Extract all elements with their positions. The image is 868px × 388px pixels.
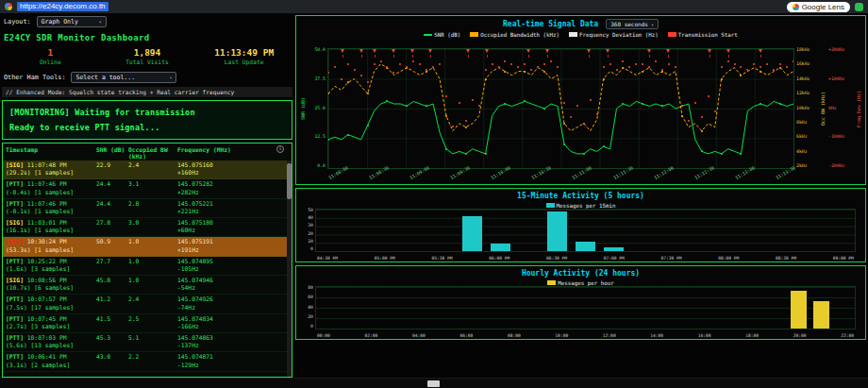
data-point [367, 93, 369, 94]
panel-realtime: Real-time Signal Data 360 seconds ▾ SNR … [295, 15, 866, 185]
row-deviation: -74Hz [177, 304, 284, 312]
axis-tick: 16:00 [698, 333, 711, 338]
table-row[interactable]: [PTT] 11:07:46 PM24.42.8145.075221(-0.1s… [3, 199, 287, 218]
row-bw: 2.4 [128, 161, 177, 169]
table-row[interactable]: [PTT] 10:25:22 PM27.71.0145.074895(1.6s)… [3, 257, 287, 276]
google-lens-button[interactable]: Google Lens [787, 2, 850, 12]
transmission-marker-line [361, 49, 362, 58]
layout-select[interactable]: Graph Only ▾ [37, 16, 107, 27]
row-duration-samples: (10.7s) [6 samples] [6, 284, 177, 292]
table-row[interactable]: [SIG] 10:08:56 PM45.81.0145.074946(10.7s… [3, 276, 287, 295]
axis-tick: 14:00 [650, 333, 663, 338]
rt-x-ticks: 11:08:0011:08:3011:09:0011:09:3011:10:00… [326, 171, 795, 182]
data-point [367, 125, 369, 127]
tools-select-value: Select a tool... [75, 74, 135, 81]
axis-tick: 20 [308, 315, 313, 320]
axis-tick: 20 [308, 232, 313, 237]
data-point [793, 60, 794, 62]
rt-series-svg [328, 49, 793, 168]
data-point [492, 63, 493, 65]
data-point [655, 60, 657, 62]
table-row[interactable]: [PTT] 10:07:45 PM41.52.5145.074834(2.7s)… [3, 314, 287, 333]
table-row[interactable]: [SIG] 10:30:24 PM50.91.0145.075191(53.3s… [3, 237, 287, 256]
axis-tick: -200Hz [828, 164, 844, 169]
row-duration-samples: (2.7s) [3 samples] [6, 323, 177, 330]
stat-value-2: 11:13:49 PM [195, 47, 292, 58]
axis-tick: 08:00 PM [718, 256, 739, 261]
data-point [563, 143, 565, 145]
axis-tick: 4kHz [796, 150, 808, 155]
layout-label: Layout: [4, 18, 31, 25]
data-point [380, 60, 382, 62]
extension-icon[interactable] [855, 3, 863, 11]
table-row[interactable]: [SIG] 11:03:01 PM27.83.0145.075180(16.1s… [3, 218, 287, 237]
stat-value-1: 1,894 [99, 47, 196, 58]
row-bw: 2.8 [128, 200, 177, 208]
row-duration-samples: (7.5s) [17 samples] [6, 304, 177, 312]
stats-row: 1 Online 1,894 Total Visits 11:13:49 PM … [2, 45, 292, 68]
transmission-marker-line [589, 49, 590, 58]
legend-item: SNR (dB) [424, 32, 460, 38]
row-timestamp: [PTT] 10:25:22 PM [6, 258, 96, 265]
data-point [459, 102, 460, 104]
axis-tick: 18:00 [745, 333, 759, 338]
stat-total-visits: 1,894 Total Visits [99, 47, 196, 65]
tools-select[interactable]: Select a tool... ▾ [71, 72, 176, 83]
data-point [485, 69, 487, 71]
transmission-marker-line [393, 49, 394, 58]
data-point [616, 69, 618, 71]
transmission-marker-line [668, 49, 669, 58]
data-point [681, 105, 683, 107]
stat-online: 1 Online [2, 47, 99, 65]
row-frequency: 145.075160 [177, 161, 284, 169]
data-point [609, 63, 611, 65]
table-info-button[interactable]: i [276, 145, 284, 153]
table-scrollbar[interactable] [287, 160, 292, 377]
axis-tick: 08:00 [508, 333, 521, 338]
data-point [721, 66, 723, 68]
dashboard: Layout: Graph Only ▾ E24CY SDR Monitor D… [0, 13, 868, 378]
row-bw: 2.2 [128, 353, 177, 361]
browser-lens-icon[interactable] [5, 3, 12, 10]
rt-khz-ticks: 18kHz16kHz14kHz12kHz10kHz8kHz6kHz4kHz2kH… [794, 48, 819, 169]
monitoring-status: [MONITORING] Waiting for transmission [9, 108, 285, 117]
data-point [452, 126, 454, 127]
activity-bar [547, 211, 567, 251]
table-row[interactable]: [PTT] 10:07:57 PM41.22.4145.074926(7.5s)… [3, 295, 287, 313]
taskbar-app-icon[interactable] [427, 380, 440, 387]
google-lens-label: Google Lens [802, 3, 844, 11]
axis-tick: 06:30 PM [546, 256, 567, 261]
address-bar[interactable]: https://e24cy.decom.co.th [17, 2, 782, 11]
table-row[interactable]: [SIG] 11:07:48 PM22.92.4145.075160(29.2s… [3, 160, 287, 179]
row-deviation: -54Hz [177, 284, 284, 292]
data-point [563, 102, 565, 104]
data-point [563, 123, 565, 125]
row-duration-samples: (3.1s) [2 samples] [6, 362, 177, 369]
legend-item: Occupied Bandwidth (kHz) [470, 32, 559, 38]
data-point [590, 99, 592, 101]
layout-select-value: Graph Only [42, 18, 78, 25]
axis-tick: 20:00 [793, 333, 807, 338]
axis-tick: 14kHz [796, 77, 810, 82]
table-row[interactable]: [PTT] 11:07:46 PM24.43.1145.075282(-0.4s… [3, 179, 287, 198]
activity-bar [462, 216, 482, 251]
data-point [543, 71, 545, 73]
row-frequency: 145.074926 [177, 295, 284, 303]
url-text[interactable]: https://e24cy.decom.co.th [17, 2, 108, 11]
row-bw: 1.0 [128, 277, 177, 284]
rt-left-ticks: 50.037.525.012.50.0 [307, 48, 327, 169]
data-point [478, 105, 480, 107]
row-bw: 3.0 [128, 219, 177, 227]
legend-item: Frequency Deviation (Hz) [569, 32, 659, 38]
range-select[interactable]: 360 seconds ▾ [606, 19, 659, 29]
table-row[interactable]: [PTT] 10:06:41 PM43.02.2145.074871(3.1s)… [3, 352, 287, 371]
data-point [374, 63, 376, 65]
transmission-marker-line [528, 49, 529, 58]
table-row[interactable]: [PTT] 10:07:03 PM45.35.1145.074863(5.6s)… [3, 333, 287, 352]
row-bw: 1.0 [128, 238, 177, 245]
data-point [734, 63, 736, 65]
transmission-marker-line [375, 49, 376, 58]
col-timestamp: Timestamp [6, 146, 96, 160]
scrollbar-thumb[interactable] [287, 163, 292, 199]
axis-tick: 2kHz [796, 164, 808, 169]
